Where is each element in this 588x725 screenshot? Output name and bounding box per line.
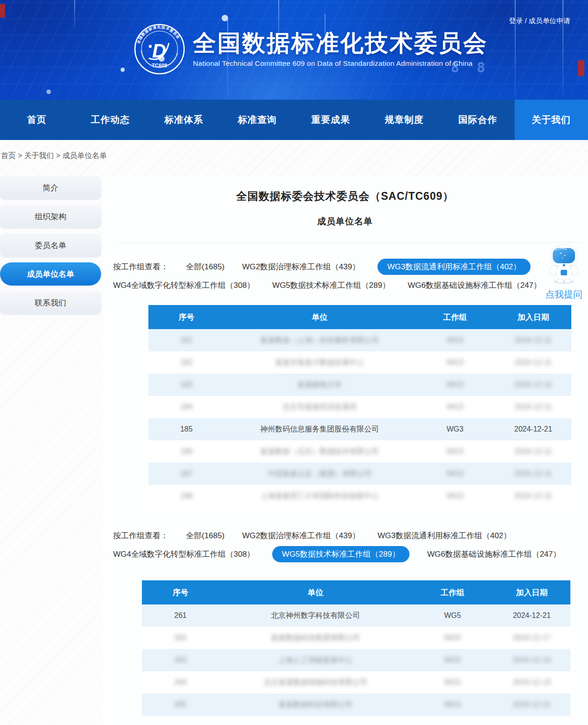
nav-item[interactable]: 标准查询 xyxy=(221,100,294,140)
filter-label: 按工作组查看： xyxy=(113,530,168,541)
nav-item[interactable]: 标准体系 xyxy=(147,100,221,140)
nav-item[interactable]: 重要成果 xyxy=(294,100,368,140)
cell-text: 北京市某某经济发展局 xyxy=(282,403,357,411)
cell-text: WG5 xyxy=(444,700,461,708)
page-layout: 简介组织架构委员名单成员单位名单联系我们 全国数据标委会技术委员会（SAC/TC… xyxy=(0,176,588,725)
filter-workgroup[interactable]: WG6数据基础设施标准工作组（247） xyxy=(427,549,561,560)
cell-text: 186 xyxy=(180,447,193,455)
table-cell: 某某数据科技集团有限公司 xyxy=(219,627,412,649)
table-cell: 182 xyxy=(148,351,224,374)
brand: 全国数据标准化技术委员会 NATIONAL TECHNICAL COMMITTE… xyxy=(134,23,488,75)
cell-text: 2024-12-11 xyxy=(515,492,552,500)
cell-text: 263 xyxy=(174,656,187,664)
divider xyxy=(117,242,582,243)
table-header-cell: 单位 xyxy=(224,305,415,329)
nav-item[interactable]: 规章制度 xyxy=(368,100,441,140)
table-row[interactable]: 183某某邮电大学WG32024-12-11 xyxy=(148,374,571,396)
filter-row: 按工作组查看：全部(1685)WG2数据治理标准工作组（439）WG3数据流通利… xyxy=(113,259,588,274)
filter-workgroup[interactable]: WG2数据治理标准工作组（439） xyxy=(242,530,360,541)
table-cell: 261 xyxy=(142,604,219,627)
table-row[interactable]: 181某某数据（上海）科技服务有限公司WG32024-12-11 xyxy=(148,329,571,351)
table-cell: 263 xyxy=(142,649,219,671)
table-row[interactable]: 184北京市某某经济发展局WG32024-12-11 xyxy=(148,396,571,418)
login-link[interactable]: 登录 / 成员单位申请 xyxy=(509,17,570,25)
cell-text: 某某数据科技集团有限公司 xyxy=(271,634,360,642)
table-row[interactable]: 182某某市某某大数据发展中心WG32024-12-11 xyxy=(148,351,571,374)
table-row[interactable]: 264北京某某数据智能科技有限公司WG52024-12-13 xyxy=(142,671,570,693)
table-cell: 181 xyxy=(148,329,224,351)
table-cell: 185 xyxy=(148,418,224,440)
cell-text: 某某数据科技有限公司 xyxy=(278,700,352,708)
table-cell: 2024-12-11 xyxy=(495,329,571,351)
table-cell: 2024-12-11 xyxy=(495,463,571,485)
filter-workgroup[interactable]: WG5数据技术标准工作组（289） xyxy=(272,546,409,562)
table-cell: 北京某某数据智能科技有限公司 xyxy=(219,671,412,693)
table-cell: 188 xyxy=(148,485,224,507)
cell-text: 某某市某某大数据发展中心 xyxy=(275,358,364,366)
main-nav: 首页工作动态标准体系标准查询重要成果规章制度国际合作关于我们 xyxy=(0,100,588,140)
cell-text: 184 xyxy=(180,403,193,411)
filter-workgroup[interactable]: 全部(1685) xyxy=(186,261,224,272)
cell-text: 265 xyxy=(174,700,187,708)
filter-workgroup[interactable]: WG4全域数字化转型标准工作组（308） xyxy=(113,549,255,560)
table-row[interactable]: 188上海某某理工大学国际科技创新中心WG32024-12-11 xyxy=(148,485,571,507)
cell-text: 某某邮电大学 xyxy=(297,381,342,388)
cell-text: 188 xyxy=(180,492,193,500)
table-cell: 2024-12-11 xyxy=(495,351,571,374)
table-row[interactable]: 185神州数码信息服务集团股份有限公司WG32024-12-21 xyxy=(148,418,571,440)
table-row[interactable]: 186某某数据（北京）数据技术有限公司WG32024-12-11 xyxy=(148,440,571,463)
table-cell: 265 xyxy=(142,693,219,716)
table-row[interactable]: 262某某数据科技集团有限公司WG52024-12-17 xyxy=(142,627,570,649)
filter-workgroup[interactable]: WG3数据流通利用标准工作组（402） xyxy=(377,530,511,541)
assistant-label[interactable]: 点我提问 xyxy=(543,288,585,301)
filter-workgroup[interactable]: WG2数据治理标准工作组（439） xyxy=(242,261,360,272)
filter-workgroup[interactable]: WG4全域数字化转型标准工作组（308） xyxy=(113,280,255,291)
nav-item[interactable]: 国际合作 xyxy=(441,100,515,140)
cell-text: WG3 xyxy=(447,381,463,388)
table-cell: 2024-12-13 xyxy=(493,649,570,671)
table-cell: 神州数码信息服务集团股份有限公司 xyxy=(224,418,415,440)
table-row[interactable]: 263上海人工智能某某中心WG52024-12-13 xyxy=(142,649,570,671)
cell-text: 2024-12-11 xyxy=(515,381,552,388)
filter-workgroup[interactable]: 全部(1685) xyxy=(186,530,224,541)
cell-text: 某某数据（上海）科技服务有限公司 xyxy=(260,336,379,344)
table-cell: WG5 xyxy=(412,649,493,671)
filter-workgroup[interactable]: WG6数据基础设施标准工作组（247） xyxy=(408,280,541,291)
table-cell: WG3 xyxy=(415,485,495,507)
filter-workgroup[interactable]: WG3数据流通利用标准工作组（402） xyxy=(377,259,530,275)
table-row[interactable]: 265某某数据科技有限公司WG52024-12-21 xyxy=(142,693,570,716)
cell-text: WG3 xyxy=(447,470,463,477)
cell-text: 神州数码信息服务集团股份有限公司 xyxy=(260,425,379,433)
sidebar-item[interactable]: 简介 xyxy=(0,176,101,199)
table-row[interactable]: 187中国某某认证（集团）有限公司WG32024-12-11 xyxy=(148,463,571,485)
sidebar-item[interactable]: 成员单位名单 xyxy=(0,262,101,286)
cell-text: 中国某某认证（集团）有限公司 xyxy=(268,470,371,477)
table-cell: 某某数据（北京）数据技术有限公司 xyxy=(224,440,415,463)
table-cell: WG3 xyxy=(415,418,495,440)
sidebar-item[interactable]: 组织架构 xyxy=(0,205,101,228)
cell-text: 2024-12-21 xyxy=(513,611,551,619)
table-cell: WG5 xyxy=(412,671,493,693)
member-list-section: 按工作组查看：全部(1685)WG2数据治理标准工作组（439）WG3数据流通利… xyxy=(102,528,588,716)
table-cell: 2024-12-11 xyxy=(495,440,571,463)
cell-text: 262 xyxy=(174,634,187,642)
assistant-widget[interactable]: 点我提问 xyxy=(543,244,585,301)
nav-item[interactable]: 工作动态 xyxy=(74,100,147,140)
table-cell: 上海人工智能某某中心 xyxy=(219,649,412,671)
table-cell: 2024-12-13 xyxy=(493,671,570,693)
site-banner: 8 8 登录 / 成员单位申请 全国数据标准化技术委员会 NATIONAL TE… xyxy=(0,0,588,100)
table-cell: 北京神州数字科技有限公司 xyxy=(219,604,412,627)
table-cell: WG3 xyxy=(415,374,495,396)
table-row[interactable]: 261北京神州数字科技有限公司WG52024-12-21 xyxy=(142,604,570,627)
robot-mascot-icon xyxy=(545,244,582,285)
nav-item[interactable]: 首页 xyxy=(0,100,74,140)
sidebar-item[interactable]: 委员名单 xyxy=(0,234,101,257)
cell-text: WG3 xyxy=(447,336,463,344)
sidebar-item[interactable]: 联系我们 xyxy=(0,291,101,314)
cell-text: WG5 xyxy=(444,611,461,619)
cell-text: 187 xyxy=(180,470,193,477)
nav-item[interactable]: 关于我们 xyxy=(515,100,588,140)
table-cell: WG5 xyxy=(412,693,493,716)
filter-workgroup[interactable]: WG5数据技术标准工作组（289） xyxy=(272,280,390,291)
cell-text: 北京神州数字科技有限公司 xyxy=(271,611,360,619)
